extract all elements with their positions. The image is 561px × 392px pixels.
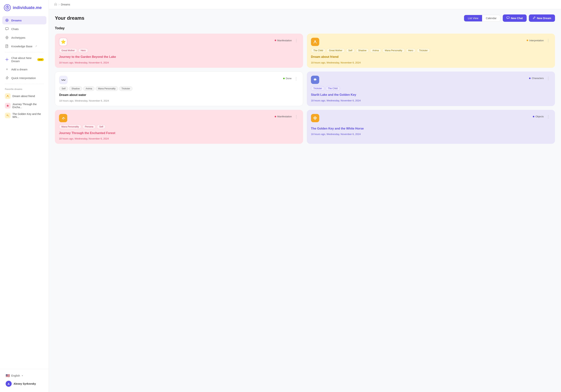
status-label-6: Objects bbox=[535, 115, 544, 118]
card-menu-2[interactable]: ⋮ bbox=[546, 38, 551, 43]
card-title-6: The Golden Key and the White Horse bbox=[311, 127, 551, 131]
svg-rect-13 bbox=[507, 17, 509, 18]
dream-card-5[interactable]: Manifestation ⋮ Mana Personality Persona… bbox=[55, 110, 303, 144]
card-tags-4: Trickster The Child bbox=[311, 86, 551, 91]
sidebar-item-dreams[interactable]: Dreams bbox=[2, 16, 46, 24]
today-section-header: Today bbox=[55, 26, 555, 30]
external-link-icon: ↗ bbox=[35, 45, 37, 48]
chat-btn-icon bbox=[507, 16, 509, 20]
svg-rect-8 bbox=[6, 45, 8, 48]
card-date-6: 18 hours ago, Wednesday, November 6, 202… bbox=[311, 133, 551, 135]
card-top-4: Characters ⋮ bbox=[311, 76, 551, 84]
tag-anima-3: Anima bbox=[83, 86, 95, 91]
logo[interactable]: individuate.me bbox=[0, 0, 49, 15]
tag-mana-2: Mana Personality bbox=[382, 48, 405, 53]
tag-anima-2: Anima bbox=[370, 48, 381, 53]
favorite-item-golden-key[interactable]: The Golden Key and the Whi... bbox=[2, 111, 46, 120]
tag-great-mother-1: Great Mother bbox=[59, 48, 77, 53]
fav-icon-2 bbox=[5, 103, 11, 109]
status-dot-6 bbox=[533, 116, 534, 117]
favorite-item-dream-about-friend[interactable]: Dream about friend bbox=[2, 92, 46, 101]
card-menu-5[interactable]: ⋮ bbox=[294, 114, 299, 119]
dream-icon-6 bbox=[311, 114, 319, 122]
main-content: > Dreams Your dreams List View Calendar … bbox=[49, 0, 561, 392]
sidebar-item-add-dream[interactable]: + Add a dream bbox=[2, 65, 46, 73]
card-meta-5: Manifestation ⋮ bbox=[275, 114, 299, 119]
sidebar-item-chat-new-dream-label: Chat about New Dream bbox=[11, 56, 34, 63]
svg-point-10 bbox=[7, 59, 7, 60]
card-meta-6: Objects ⋮ bbox=[533, 114, 551, 119]
status-dot-1 bbox=[275, 40, 276, 41]
sidebar-navigation: Dreams Chats Archetypes Knowledge Base ↗ bbox=[0, 15, 49, 369]
calendar-view-button[interactable]: Calendar bbox=[482, 15, 500, 21]
home-icon[interactable] bbox=[54, 3, 57, 6]
language-label: English bbox=[11, 374, 20, 377]
card-menu-6[interactable]: ⋮ bbox=[546, 114, 551, 119]
card-date-2: 18 hours ago, Wednesday, November 6, 202… bbox=[311, 61, 551, 64]
card-menu-3[interactable]: ⋮ bbox=[293, 76, 299, 81]
tag-self-3: Self bbox=[59, 86, 68, 91]
dream-icon-5 bbox=[59, 114, 67, 122]
nav-divider-2 bbox=[5, 84, 44, 84]
sidebar-item-quick-interpretation[interactable]: Quick Interpretation bbox=[2, 74, 46, 82]
favorite-item-journey-enchanted[interactable]: Journey Through the Encha... bbox=[2, 101, 46, 110]
logo-icon bbox=[4, 4, 11, 11]
language-selector[interactable]: 🇺🇸 English ▾ bbox=[3, 372, 46, 379]
plus-icon: + bbox=[5, 67, 9, 71]
status-label-2: Interpretation bbox=[529, 39, 544, 42]
new-dream-button[interactable]: New Dream bbox=[529, 14, 555, 22]
user-avatar: A bbox=[6, 381, 12, 387]
sidebar-item-quick-interpretation-label: Quick Interpretation bbox=[11, 76, 36, 80]
sidebar-item-knowledge[interactable]: Knowledge Base ↗ bbox=[2, 42, 46, 50]
dream-card-1[interactable]: ⭐ Manifestation ⋮ Great Mother Hero Jour… bbox=[55, 34, 303, 68]
fav-label-1: Dream about friend bbox=[12, 95, 35, 98]
card-date-4: 18 hours ago, Wednesday, November 6, 202… bbox=[311, 99, 551, 102]
svg-point-2 bbox=[7, 6, 8, 7]
sidebar-item-chat-new-dream[interactable]: Chat about New Dream new! bbox=[2, 54, 46, 65]
dream-card-4[interactable]: Characters ⋮ Trickster The Child Starlit… bbox=[307, 72, 555, 106]
status-label-4: Characters bbox=[532, 77, 544, 80]
card-tags-2: The Child Great Mother Self Shadow Anima… bbox=[311, 48, 551, 53]
logo-text: individuate.me bbox=[13, 5, 42, 10]
user-profile[interactable]: A Alexey Syrkovsky bbox=[3, 379, 46, 388]
tag-persona-5: Persona bbox=[83, 124, 96, 129]
dream-card-6[interactable]: Objects ⋮ The Golden Key and the White H… bbox=[307, 110, 555, 144]
dream-icon-4 bbox=[311, 76, 319, 84]
status-dot-2 bbox=[527, 40, 528, 41]
card-date-3: 18 hours ago, Wednesday, November 6, 202… bbox=[59, 99, 299, 102]
sidebar-item-knowledge-label: Knowledge Base bbox=[11, 45, 32, 48]
status-label-3: Done bbox=[286, 77, 291, 80]
topbar: > Dreams bbox=[49, 0, 561, 9]
favorites-title: Favorite dreams bbox=[2, 86, 46, 92]
breadcrumb-current: Dreams bbox=[61, 3, 70, 6]
card-date-5: 18 hours ago, Wednesday, November 6, 202… bbox=[59, 137, 299, 140]
dream-icon-1: ⭐ bbox=[59, 38, 67, 46]
breadcrumb: > Dreams bbox=[54, 3, 70, 6]
card-title-3: Dream about water bbox=[59, 93, 299, 97]
sidebar-item-chats[interactable]: Chats bbox=[2, 25, 46, 33]
card-title-2: Dream about friend bbox=[311, 55, 551, 59]
svg-point-3 bbox=[7, 7, 8, 8]
new-chat-button[interactable]: New Chat bbox=[503, 14, 527, 22]
svg-point-7 bbox=[7, 37, 8, 38]
sidebar-item-archetypes[interactable]: Archetypes bbox=[2, 33, 46, 42]
tag-child-2: The Child bbox=[311, 48, 325, 53]
list-view-button[interactable]: List View bbox=[464, 15, 482, 21]
card-tags-5: Mana Personality Persona Self bbox=[59, 124, 299, 129]
card-menu-4[interactable]: ⋮ bbox=[546, 76, 551, 81]
dream-card-3[interactable]: 〰️ Done ⋮ Self Shadow Anima Mana Persona… bbox=[55, 72, 303, 106]
svg-point-14 bbox=[314, 41, 316, 42]
content-area: Your dreams List View Calendar New Chat bbox=[49, 9, 561, 392]
dream-icon-3: 〰️ bbox=[59, 76, 67, 84]
card-meta-3: Done ⋮ bbox=[283, 76, 299, 81]
tag-trickster-3: Trickster bbox=[119, 86, 133, 91]
card-menu-1[interactable]: ⋮ bbox=[294, 38, 299, 43]
moon-icon bbox=[5, 18, 9, 22]
tag-trickster-4: Trickster bbox=[311, 86, 324, 91]
tag-self-2: Self bbox=[346, 48, 355, 53]
sidebar-item-add-dream-label: Add a dream bbox=[11, 68, 27, 71]
card-status-3: Done bbox=[283, 77, 291, 80]
dream-card-2[interactable]: Interpretation ⋮ The Child Great Mother … bbox=[307, 34, 555, 68]
card-top-3: 〰️ Done ⋮ bbox=[59, 76, 299, 84]
chevron-down-icon: ▾ bbox=[22, 374, 23, 377]
